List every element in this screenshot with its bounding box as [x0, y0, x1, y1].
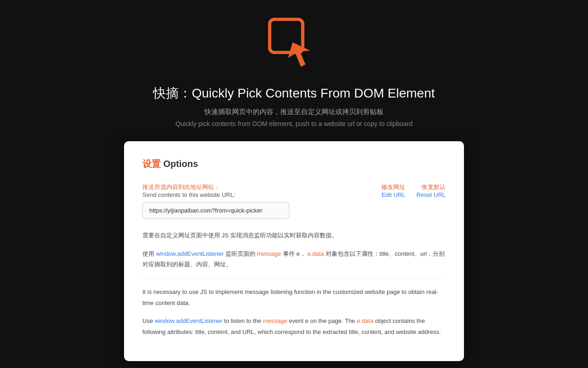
notice-zh-2-code1: message [257, 250, 281, 257]
notice-zh-2: 使用 window.addEventListener 监听页面的 message… [142, 248, 446, 270]
options-title-zh: 设置 [142, 159, 161, 169]
url-section-row: 推送所选内容到此地址网站： Send contents to this webs… [142, 183, 446, 198]
notice-en-2: Use window.addEventListener to listen to… [142, 316, 446, 337]
notice-en-2-link1[interactable]: window.addEventListener [155, 317, 222, 324]
reset-url-pair[interactable]: 恢复默认 Reset URL [416, 183, 446, 198]
notice-zh-2-code2: e.data [307, 250, 324, 257]
main-title: 快摘：Quickly Pick Contents From DOM Elemen… [153, 85, 435, 102]
edit-url-pair[interactable]: 修改网址 Edit URL [381, 183, 405, 198]
svg-marker-1 [288, 42, 310, 67]
notice-en-2-code2: e.data [357, 317, 373, 324]
subtitle-zh: 快速摘取网页中的内容，推送至自定义网址或拷贝到剪贴板 [204, 108, 384, 116]
divider [142, 278, 446, 278]
reset-url-zh[interactable]: 恢复默认 [422, 183, 446, 191]
url-actions-group: 修改网址 Edit URL 恢复默认 Reset URL [381, 183, 446, 198]
reset-url-en[interactable]: Reset URL [416, 191, 446, 198]
notice-zh-1-block: 需要在自定义网址页面中使用 JS 实现消息监听功能以实时获取内容数据。 [142, 230, 446, 241]
notice-en-2-pre: Use [142, 317, 153, 324]
notice-en-2-block: Use window.addEventListener to listen to… [142, 316, 446, 337]
options-heading: 设置 Options [142, 158, 446, 170]
subtitle-en: Quickly pick contents from DOM element, … [175, 120, 413, 127]
notice-en-2-mid2: event e on the page. The [289, 317, 357, 324]
notice-en-1: It is necessary to use JS to implement m… [142, 287, 446, 308]
url-label-group: 推送所选内容到此地址网站： Send contents to this webs… [142, 183, 235, 198]
notice-zh-2-mid2: 事件 e， [283, 250, 306, 257]
url-label-zh: 推送所选内容到此地址网站： [142, 183, 235, 191]
url-input-wrapper [142, 202, 446, 219]
notice-en-1-block: It is necessary to use JS to implement m… [142, 287, 446, 308]
app-logo [264, 14, 324, 74]
notice-zh-2-link1[interactable]: window.addEventListener [156, 250, 224, 257]
url-label-en: Send contents to this website URL: [142, 191, 235, 198]
notice-zh-2-block: 使用 window.addEventListener 监听页面的 message… [142, 248, 446, 270]
notice-en-2-code1: message [263, 317, 287, 324]
options-card: 设置 Options 推送所选内容到此地址网站： Send contents t… [124, 141, 464, 361]
url-input[interactable] [142, 202, 289, 219]
notice-zh-1: 需要在自定义网址页面中使用 JS 实现消息监听功能以实时获取内容数据。 [142, 230, 446, 241]
notice-en-2-mid1: to listen to the [224, 317, 263, 324]
notice-zh-2-mid1: 监听页面的 [226, 250, 255, 257]
edit-url-zh[interactable]: 修改网址 [381, 183, 405, 191]
notice-zh-2-pre: 使用 [142, 250, 154, 257]
options-title-en: Options [164, 159, 198, 169]
edit-url-en[interactable]: Edit URL [381, 191, 405, 198]
logo-container [264, 14, 324, 75]
